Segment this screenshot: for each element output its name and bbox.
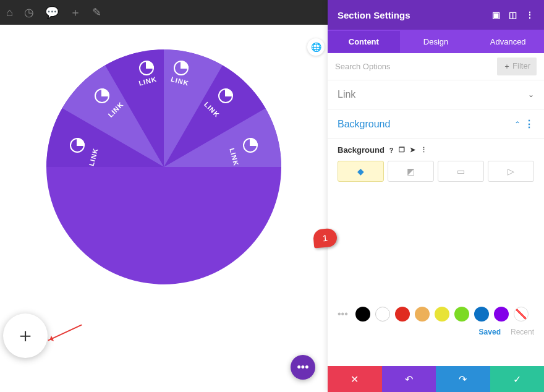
panel-footer: ✕ ↶ ↷ ✓ xyxy=(328,366,544,392)
pencil-icon[interactable]: ✎ xyxy=(92,6,101,19)
section-background-title: Background xyxy=(338,119,390,130)
chevron-down-icon: ⌄ xyxy=(528,90,534,99)
redo-button[interactable]: ↷ xyxy=(436,366,490,392)
save-button[interactable]: ✓ xyxy=(490,366,545,392)
expand-menu-button[interactable]: ••• xyxy=(291,355,315,380)
palette-more-icon[interactable]: ••• xyxy=(338,309,348,320)
search-row: Search Options ＋ Filter xyxy=(328,53,544,80)
bg-image-tab[interactable]: ▭ xyxy=(438,161,484,182)
swatch-yellow[interactable] xyxy=(435,307,449,322)
add-section-button[interactable]: ＋ xyxy=(3,313,48,358)
palette-recent[interactable]: Recent xyxy=(511,328,534,336)
section-more-icon[interactable]: ⋮ xyxy=(524,118,534,130)
more-icon[interactable]: ⋮ xyxy=(525,10,534,20)
tab-advanced[interactable]: Advanced xyxy=(472,31,544,53)
expand-panel-icon[interactable]: ◫ xyxy=(509,10,517,20)
swatch-red[interactable] xyxy=(395,307,410,322)
home-icon[interactable]: ⌂ xyxy=(6,6,13,19)
responsive-icon[interactable]: ▣ xyxy=(492,10,500,20)
panel-header: Section Settings ▣ ◫ ⋮ xyxy=(328,0,544,30)
annotation-arrow xyxy=(48,324,82,341)
editor-canvas: 🌐 LINK LINK LINK LINK LINK LINK xyxy=(0,25,328,392)
filter-button[interactable]: ＋ Filter xyxy=(497,58,537,75)
comment-icon[interactable]: 💬 xyxy=(45,6,59,19)
swatch-white[interactable] xyxy=(375,307,390,322)
chevron-up-icon: ⌃ xyxy=(514,120,521,129)
section-link-title: Link xyxy=(338,89,355,100)
bg-gradient-tab[interactable]: ◩ xyxy=(388,161,434,182)
swatch-orange[interactable] xyxy=(415,307,430,322)
swatch-green[interactable] xyxy=(454,307,469,322)
swatch-none[interactable] xyxy=(514,307,529,322)
bg-more-icon[interactable]: ⋮ xyxy=(420,146,427,154)
radial-link-menu[interactable]: LINK LINK LINK LINK LINK LINK xyxy=(46,49,281,284)
globe-icon[interactable]: 🌐 xyxy=(307,38,325,56)
background-controls: Background ? ❐ ➤ ⋮ ◆ ◩ ▭ ▷ xyxy=(328,139,544,184)
panel-tabs: Content Design Advanced xyxy=(328,30,544,53)
palette-saved[interactable]: Saved xyxy=(479,328,501,336)
dashboard-icon[interactable]: ◷ xyxy=(24,6,34,19)
section-background[interactable]: Background ⌃ ⋮ xyxy=(328,109,544,139)
color-palette: ••• Saved Recent xyxy=(338,307,534,336)
help-icon[interactable]: ? xyxy=(389,147,394,154)
swatch-blue[interactable] xyxy=(474,307,489,322)
bg-video-tab[interactable]: ▷ xyxy=(488,161,534,182)
section-link[interactable]: Link ⌄ xyxy=(328,80,544,109)
settings-panel: Section Settings ▣ ◫ ⋮ Content Design Ad… xyxy=(328,0,544,392)
search-input[interactable]: Search Options xyxy=(335,62,391,71)
background-label: Background xyxy=(338,145,385,155)
swatch-black[interactable] xyxy=(355,307,370,322)
undo-button[interactable]: ↶ xyxy=(382,366,436,392)
swatch-purple[interactable] xyxy=(494,307,509,322)
device-icon[interactable]: ❐ xyxy=(399,146,405,154)
tab-design[interactable]: Design xyxy=(400,31,472,53)
cancel-button[interactable]: ✕ xyxy=(328,366,382,392)
tab-content[interactable]: Content xyxy=(328,31,400,53)
plus-icon[interactable]: ＋ xyxy=(70,5,81,20)
hover-icon[interactable]: ➤ xyxy=(410,146,415,154)
panel-title: Section Settings xyxy=(338,10,410,20)
bg-color-tab[interactable]: ◆ xyxy=(338,161,384,182)
